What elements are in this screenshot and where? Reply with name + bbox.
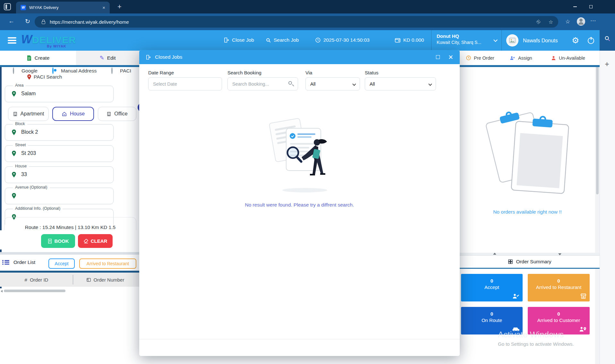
search-icon [288,81,292,85]
url-text[interactable]: https://merchant.wiyak.delivery/home [50,19,528,25]
browser-tab[interactable]: W WIYAK Delivery × [16,2,110,13]
avenue-field[interactable]: Avenue (Optional) [5,188,114,204]
pin-icon [12,91,16,97]
merchant-avatar[interactable] [506,34,518,47]
form-action-bar: BOOK CLEAR [0,230,139,250]
radio-google[interactable] [13,68,14,74]
left-tabs: Create ✎ Edit [0,51,139,65]
grid-icon [508,259,513,264]
radio-google-label[interactable]: Google [21,68,38,74]
modal-close-icon[interactable]: ✕ [448,54,453,61]
block-field[interactable]: Block Block 2 [5,124,114,141]
street-field[interactable]: Street St 203 [5,145,114,162]
tab-edit[interactable]: ✎ Edit [76,51,139,65]
paci-search-link[interactable]: PACI Search [27,74,62,80]
scrollbar-thumb[interactable] [596,53,599,194]
tab-create-label: Create [35,55,50,61]
edit-pencil-icon: ✎ [100,55,104,61]
order-table-header: # Order ID Order Number [0,273,139,287]
profile-avatar-icon[interactable] [577,17,585,26]
order-list-header: Order List Accept Arrived to Restaurant [0,255,139,271]
filter-accept-button[interactable]: Accept [48,258,75,269]
logo-deliver: DELIVER [32,35,76,46]
radio-paci-label[interactable]: PACI [120,68,131,74]
building-apartment-button[interactable]: Apartment [8,107,49,121]
search-job-label: Search Job [274,37,299,43]
maximize-button[interactable] [583,0,599,13]
close-job-label: Close Job [232,37,254,43]
status-select[interactable]: All [365,77,436,90]
header-timestamp: 2025-07-30 14:50:03 [323,37,370,43]
search-booking-label: Search Booking [227,70,261,75]
pin-icon [12,193,16,199]
tab-assign-label: Assign [518,55,532,61]
modal-header[interactable]: Closed Jobs ✕ [139,50,460,64]
close-job-button[interactable]: Close Job [224,37,254,43]
order-list-icon [4,259,9,265]
tab-unavailable[interactable]: Un-Available [551,51,585,65]
minimize-button[interactable] [567,0,583,13]
screen: W WIYAK Delivery × + × ← ↻ https://merch… [0,0,615,364]
favorite-star-icon[interactable]: ☆ [549,19,553,25]
wallet-balance[interactable]: KD 0.000 [395,37,424,43]
divider-up-arrow[interactable] [493,253,496,255]
search-job-button[interactable]: Search Job [266,37,299,43]
radio-manual-label[interactable]: Manual Address [61,68,97,74]
settings-gear-icon[interactable]: ⚙ [572,36,579,46]
street-value: St 203 [21,150,36,156]
receipt-icon [47,239,52,244]
hscroll-left-arrow[interactable] [1,290,3,292]
radio-paci[interactable] [111,68,113,74]
radio-manual-address[interactable] [52,68,54,74]
office-label: Office [114,111,128,117]
address-bar[interactable]: https://merchant.wiyak.delivery/home ⚿ ☆ [35,16,558,28]
hamburger-menu-icon[interactable] [8,36,16,45]
favorites-list-icon[interactable]: ☆ [565,18,570,25]
header-clock: 2025-07-30 14:50:03 [315,37,370,43]
activate-windows-subtext: Go to Settings to activate Windows. [498,341,574,347]
tab-unavailable-label: Un-Available [559,55,585,61]
col-order-number[interactable]: Order Number [73,277,137,283]
new-tab-button[interactable]: + [117,3,122,11]
tile-arrived-restaurant[interactable]: 0 Arrived to Restaurant [528,274,590,301]
pre-order-icon [466,55,471,61]
branch-selector[interactable]: Donut HQ Kuwait City, Sharq S... [431,30,502,51]
building-office-button[interactable]: Office [98,107,136,121]
tile-arrived-customer-count: 0 [528,311,590,317]
tab-create[interactable]: Create [0,51,76,65]
logo-w: W [21,33,32,46]
no-results-illustration [257,112,343,197]
via-select[interactable]: All [305,77,360,90]
refresh-icon[interactable]: ↻ [25,18,30,25]
sidebar-add-icon[interactable]: + [605,60,609,69]
block-label: Block [13,122,27,126]
tab-assign[interactable]: Assign [510,51,532,65]
tile-accept[interactable]: 0 Accept [461,274,523,301]
clear-button[interactable]: CLEAR [78,234,113,248]
order-number-icon [86,277,91,282]
house-number-field[interactable]: House 33 [5,166,114,183]
door-exit-icon [224,37,229,43]
more-menu-icon[interactable]: ⋯ [590,17,596,24]
area-field[interactable]: Area Salam [5,86,114,102]
building-house-button[interactable]: House ✓ [52,107,94,121]
back-icon[interactable]: ← [8,18,14,25]
search-booking-input[interactable] [227,77,298,90]
page-scrollbar[interactable] [595,51,600,364]
clock-icon [315,37,321,43]
tab-close-icon[interactable]: × [101,5,107,10]
filter-arrived-button[interactable]: Arrived to Restaurant [79,258,136,269]
book-button[interactable]: BOOK [41,234,75,248]
password-key-icon[interactable]: ⚿ [535,19,542,25]
date-range-input[interactable] [148,77,222,90]
order-table-hscrollbar[interactable] [4,290,65,292]
sidebar-search-icon[interactable] [604,35,611,42]
power-icon[interactable] [588,38,594,44]
col-order-id[interactable]: # Order ID [0,277,73,283]
area-value: Salam [21,91,36,97]
house-icon [62,111,67,117]
modal-maximize-icon[interactable] [436,55,440,59]
tab-pre-order[interactable]: Pre Order [466,51,494,65]
workspace-icon[interactable] [4,3,11,10]
section-divider [0,252,139,255]
